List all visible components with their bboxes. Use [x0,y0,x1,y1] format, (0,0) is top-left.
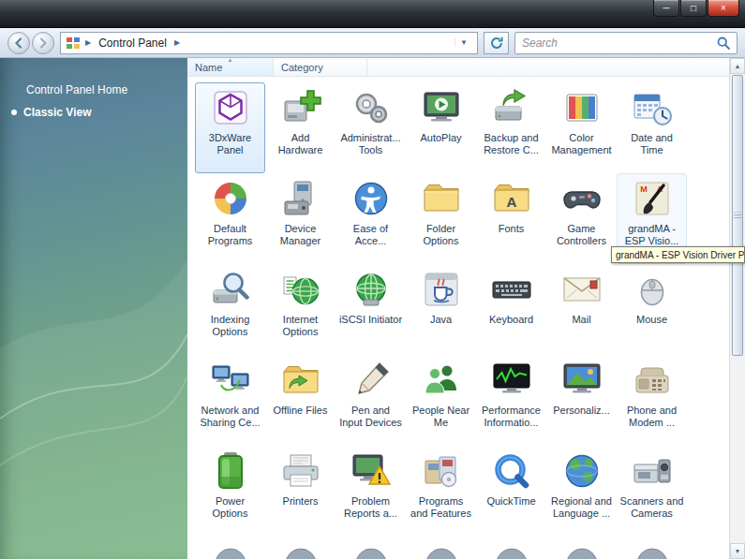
personalization-icon [559,358,604,403]
control-panel-window: ─ □ × ▶ Control Panel ▶ ▼ [0,0,745,560]
control-panel-item-scanners-cameras[interactable]: Scanners and Cameras [617,446,687,537]
titlebar[interactable]: ─ □ × [0,0,745,28]
sidebar-swoosh-decoration [0,58,187,559]
content-area: Control Panel Home Classic View ▲ Name C… [0,58,745,559]
breadcrumb-item-control-panel[interactable]: Control Panel [96,36,170,51]
item-label: Fonts [499,223,525,235]
scroll-up-button[interactable]: ▲ [730,58,745,74]
control-panel-item-pen-input[interactable]: Pen and Input Devices [335,355,406,446]
control-panel-item-phone-modem[interactable]: Phone and Modem ... [617,355,687,446]
control-panel-item-printers[interactable]: Printers [265,446,335,537]
item-label: Folder Options [424,223,459,247]
java-icon [419,267,464,312]
control-panel-item-partial[interactable] [476,537,546,559]
breadcrumb-chevron-icon[interactable]: ▶ [81,38,96,47]
search-box[interactable]: Search [514,32,738,54]
control-panel-item-java[interactable]: Java [406,264,476,355]
control-panel-item-color-management[interactable]: Color Management [546,82,617,173]
control-panel-item-mail[interactable]: Mail [546,264,617,355]
control-panel-item-ease-of-access[interactable]: Ease of Acce... [335,173,406,264]
control-panel-item-performance-info[interactable]: Performance Informatio... [476,355,546,446]
control-panel-item-autoplay[interactable]: AutoPlay [406,82,476,173]
control-panel-item-regional-language[interactable]: Regional and Language ... [546,446,617,537]
control-panel-item-administrative-tools[interactable]: Administrat... Tools [335,82,406,173]
control-panel-item-device-manager[interactable]: Device Manager [265,173,335,264]
control-panel-item-offline-files[interactable]: Offline Files [265,355,335,446]
column-header-name[interactable]: ▲ Name [187,58,274,76]
column-header-category[interactable]: Category [274,58,367,76]
control-panel-item-partial[interactable] [335,537,406,559]
forward-button[interactable] [32,32,54,54]
column-header-label: Category [281,62,323,73]
control-panel-item-partial[interactable] [195,537,265,559]
minimize-button[interactable]: ─ [653,0,679,17]
tooltip: grandMA - ESP Vision Driver Panel [611,246,745,263]
partial-icon [419,539,464,559]
control-panel-item-backup-restore[interactable]: Backup and Restore C... [476,82,546,173]
item-label: Administrat... Tools [340,132,400,156]
control-panel-item-partial[interactable] [265,537,335,559]
control-panel-item-keyboard[interactable]: Keyboard [476,264,546,355]
maximize-button[interactable]: □ [680,0,707,17]
control-panel-item-date-time[interactable]: Date and Time [617,82,687,173]
people-near-me-icon [419,358,464,403]
sidebar-item-control-panel-home[interactable]: Control Panel Home [0,79,187,101]
partial-icon [559,539,604,559]
item-label: Pen and Input Devices [339,405,402,429]
fonts-icon: A [489,176,534,221]
scroll-down-button[interactable]: ▼ [730,543,745,559]
control-panel-item-network-sharing[interactable]: Network and Sharing Ce... [195,355,265,446]
item-label: QuickTime [486,495,535,508]
control-panel-item-problem-reports[interactable]: Problem Reports a... [335,446,406,537]
control-panel-item-iscsi-initiator[interactable]: iSCSI Initiator [335,264,406,355]
item-label: Mouse [636,314,667,326]
date-time-icon [630,85,675,130]
refresh-icon [490,37,503,50]
control-panel-item-partial[interactable] [406,537,476,559]
partial-icon [489,539,534,559]
vertical-scrollbar[interactable]: ▲ ▼ [729,58,745,559]
control-panel-item-fonts[interactable]: AFonts [476,173,546,264]
item-label: AutoPlay [420,132,461,144]
close-button[interactable]: × [708,0,739,17]
control-panel-item-personalization[interactable]: Personaliz... [546,355,617,446]
indexing-options-icon [208,267,253,312]
breadcrumb-trail-chevron-icon[interactable]: ▶ [170,38,185,47]
control-panel-item-mouse[interactable]: Mouse [617,264,687,355]
navigation-toolbar: ▶ Control Panel ▶ ▼ Search [0,28,745,58]
item-label: Color Management [551,132,611,156]
back-button[interactable] [7,32,30,54]
control-panel-item-partial[interactable] [546,537,617,559]
control-panel-item-add-hardware[interactable]: Add Hardware [265,82,335,173]
breadcrumb-history-dropdown-icon[interactable]: ▼ [454,38,472,47]
3dxware-panel-icon [208,85,253,130]
scanners-cameras-icon [630,449,675,494]
control-panel-item-default-programs[interactable]: Default Programs [195,173,265,264]
sidebar-item-classic-view[interactable]: Classic View [0,101,187,124]
control-panel-item-partial[interactable] [617,537,687,559]
item-label: Phone and Modem ... [627,405,677,429]
control-panel-item-game-controllers[interactable]: Game Controllers [546,173,617,264]
control-panel-item-quicktime[interactable]: QuickTime [476,446,546,537]
problem-reports-icon [349,449,394,494]
control-panel-item-internet-options[interactable]: Internet Options [265,264,335,355]
mouse-icon [630,267,675,312]
breadcrumb[interactable]: ▶ Control Panel ▶ ▼ [60,32,478,54]
administrative-tools-icon [349,85,394,130]
item-label: Printers [283,495,319,508]
control-panel-item-people-near-me[interactable]: People Near Me [406,355,476,446]
control-panel-glyph-icon [66,36,81,51]
add-hardware-icon [278,85,323,130]
keyboard-icon [489,267,534,312]
control-panel-item-3dxware-panel[interactable]: 3DxWare Panel [195,82,265,173]
partial-icon [278,539,323,559]
control-panel-item-power-options[interactable]: Power Options [195,446,265,537]
control-panel-item-programs-features[interactable]: Programs and Features [406,446,476,537]
item-label: Programs and Features [410,495,471,520]
control-panel-item-folder-options[interactable]: Folder Options [406,173,476,264]
search-icon[interactable] [717,37,730,50]
control-panel-item-indexing-options[interactable]: Indexing Options [195,264,265,355]
scrollbar-thumb[interactable] [732,75,743,356]
refresh-button[interactable] [484,32,509,54]
search-placeholder: Search [522,37,717,50]
